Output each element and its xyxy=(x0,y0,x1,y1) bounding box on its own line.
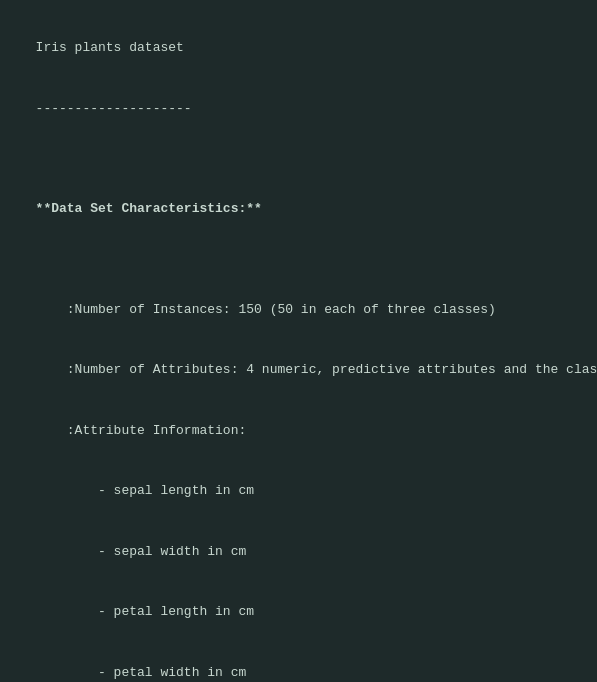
attribute-info-label: :Attribute Information: xyxy=(36,423,247,438)
dataset-characteristics-label: **Data Set Characteristics:** xyxy=(36,201,262,216)
separator: -------------------- xyxy=(36,101,192,116)
attributes-line: :Number of Attributes: 4 numeric, predic… xyxy=(36,362,597,377)
attr-sepal-width: - sepal width in cm xyxy=(36,544,247,559)
page-title: Iris plants dataset xyxy=(36,40,184,55)
instances-line: :Number of Instances: 150 (50 in each of… xyxy=(36,302,496,317)
attr-petal-length: - petal length in cm xyxy=(36,604,254,619)
attr-sepal-length: - sepal length in cm xyxy=(36,483,254,498)
attr-petal-width: - petal width in cm xyxy=(36,665,247,680)
main-content: Iris plants dataset --------------------… xyxy=(20,18,577,682)
